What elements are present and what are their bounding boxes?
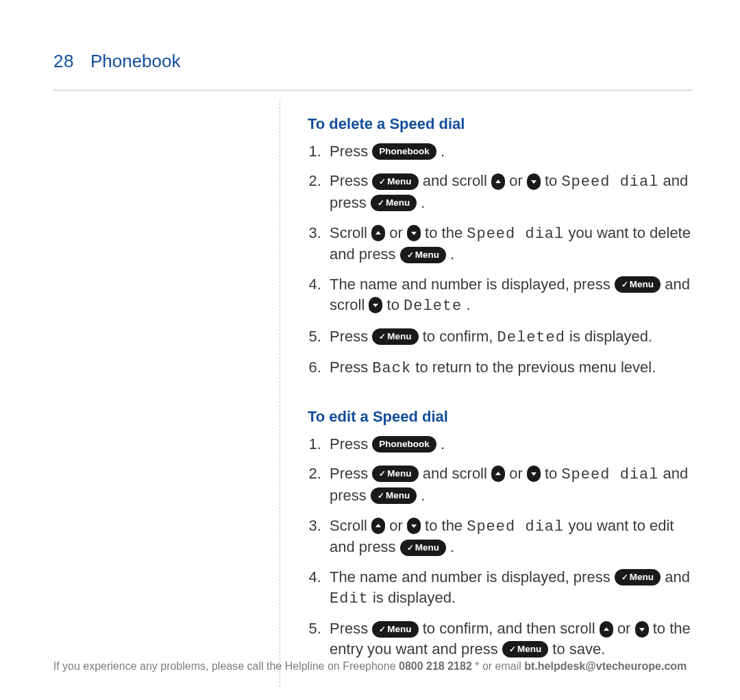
step-text: Press — [330, 172, 372, 189]
lcd-text: Delete — [404, 298, 462, 315]
lcd-text: Edit — [330, 590, 369, 607]
list-item: The name and number is displayed, press … — [325, 274, 692, 316]
step-text: . — [421, 487, 425, 504]
down-arrow-icon — [527, 173, 541, 190]
down-arrow-icon — [369, 297, 382, 313]
manual-page: 28 Phonebook To delete a Speed dial Pres… — [0, 0, 740, 700]
step-text: or — [389, 224, 407, 241]
step-text: to — [545, 172, 561, 189]
step-text: or — [509, 172, 527, 189]
step-text: Press — [330, 359, 372, 376]
list-item: Scroll or to the Speed dial you want to … — [325, 223, 692, 265]
menu-button-icon: Menu — [371, 195, 417, 211]
step-text: to — [387, 296, 404, 313]
step-text: or — [389, 517, 407, 534]
menu-button-icon: Menu — [372, 173, 418, 190]
list-item: Press Back to return to the previous men… — [325, 357, 692, 379]
footer-email: bt.helpdesk@vtecheurope.com — [524, 660, 687, 672]
phonebook-button-icon: Phonebook — [372, 143, 436, 160]
menu-button-icon: Menu — [371, 487, 417, 504]
section-title: Phonebook — [90, 51, 181, 72]
step-text: Scroll — [330, 517, 371, 534]
step-text: . — [441, 435, 445, 452]
up-arrow-icon — [371, 518, 385, 534]
footer-phone: 0800 218 2182 — [399, 660, 472, 672]
step-text: and scroll — [423, 172, 491, 189]
menu-button-icon: Menu — [615, 276, 661, 293]
menu-button-icon: Menu — [372, 328, 418, 345]
step-text: Press — [330, 465, 372, 482]
down-arrow-icon — [635, 621, 649, 638]
step-text: . — [450, 245, 454, 263]
list-item: Press Phonebook . — [325, 434, 692, 455]
step-text: The name and number is displayed, press — [330, 276, 615, 293]
menu-button-icon: Menu — [400, 540, 446, 556]
step-text: to — [545, 465, 561, 482]
step-text: to the — [425, 517, 467, 534]
up-arrow-icon — [491, 466, 505, 482]
menu-button-icon: Menu — [615, 569, 661, 586]
list-item: Press Menu to confirm, Deleted is displa… — [325, 326, 692, 348]
step-text: Press — [330, 620, 372, 637]
step-text: . — [441, 143, 445, 160]
footer-text: * or email — [475, 660, 524, 672]
menu-button-icon: Menu — [372, 621, 418, 638]
up-arrow-icon — [371, 225, 385, 241]
phonebook-button-icon: Phonebook — [372, 436, 436, 452]
edit-steps-list: Press Phonebook . Press Menu and scroll … — [308, 434, 692, 660]
step-text: to confirm, — [423, 328, 497, 345]
step-text: and — [665, 568, 690, 586]
delete-steps-list: Press Phonebook . Press Menu and scroll … — [308, 141, 692, 379]
footer-text: If you experience any problems, please c… — [53, 660, 399, 672]
step-text: Press — [330, 143, 372, 160]
page-header: 28 Phonebook — [53, 51, 692, 90]
lcd-text: Deleted — [497, 329, 565, 346]
lcd-text: Speed dial — [467, 518, 564, 535]
list-item: Press Phonebook . — [325, 141, 692, 162]
subheading-edit-speed-dial: To edit a Speed dial — [308, 407, 692, 427]
step-text: to return to the previous menu level. — [415, 359, 656, 376]
step-text: Scroll — [330, 224, 367, 241]
list-item: The name and number is displayed, press … — [325, 567, 692, 609]
step-text: . — [450, 538, 454, 555]
menu-button-icon: Menu — [372, 466, 418, 482]
step-text: to the — [425, 224, 467, 241]
step-text: . — [421, 194, 425, 211]
content-columns: To delete a Speed dial Press Phonebook .… — [53, 100, 692, 687]
left-margin-column — [53, 100, 280, 687]
lcd-text: Speed dial — [561, 173, 658, 191]
lcd-text: Speed dial — [467, 226, 564, 243]
menu-button-icon: Menu — [400, 247, 446, 263]
page-number: 28 — [53, 51, 74, 72]
instruction-column: To delete a Speed dial Press Phonebook .… — [280, 100, 692, 687]
up-arrow-icon — [600, 621, 613, 638]
step-text: Press — [330, 328, 372, 345]
step-text: The name and number is displayed, press — [330, 568, 615, 586]
menu-button-icon: Menu — [502, 641, 548, 657]
step-text: . — [466, 296, 470, 313]
list-item: Press Menu and scroll or to Speed dial a… — [325, 463, 692, 505]
step-text: or — [617, 620, 635, 637]
list-item: Scroll or to the Speed dial you want to … — [325, 516, 692, 557]
step-text: or — [509, 465, 527, 482]
step-text: is displayed. — [373, 589, 456, 606]
step-text: is displayed. — [569, 328, 652, 345]
step-text: and scroll — [423, 465, 491, 482]
footer-help-text: If you experience any problems, please c… — [0, 660, 740, 673]
step-text: to save. — [552, 640, 605, 657]
lcd-text: Speed dial — [561, 466, 658, 483]
list-item: Press Menu to confirm, and then scroll o… — [325, 618, 692, 659]
down-arrow-icon — [407, 225, 421, 241]
down-arrow-icon — [407, 518, 421, 534]
subheading-delete-speed-dial: To delete a Speed dial — [308, 114, 692, 134]
up-arrow-icon — [491, 173, 505, 190]
list-item: Press Menu and scroll or to Speed dial a… — [325, 171, 692, 213]
step-text: to confirm, and then scroll — [423, 620, 600, 637]
step-text: Press — [330, 435, 372, 452]
lcd-text: Back — [372, 360, 411, 377]
down-arrow-icon — [527, 466, 541, 482]
